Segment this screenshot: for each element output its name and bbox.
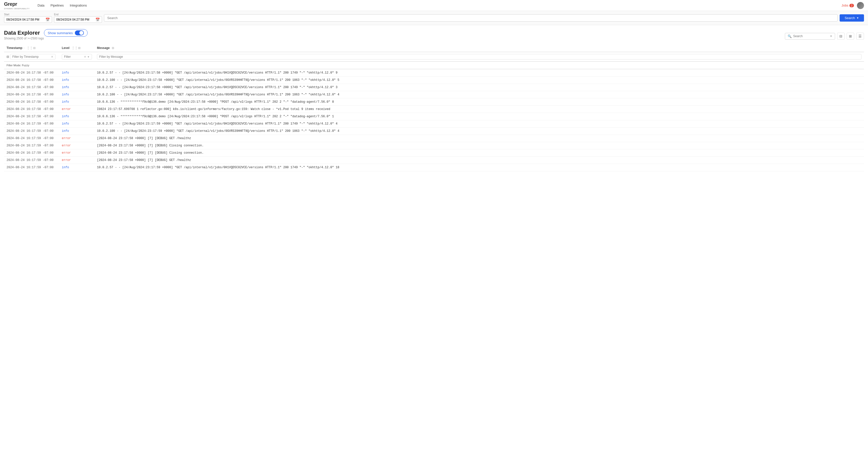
table-row[interactable]: 2024-08-24 16:17:59 -07:00error[2024-08-… bbox=[4, 157, 864, 164]
columns-icon: ⊞ bbox=[849, 34, 852, 38]
table-row[interactable]: 2024-08-24 16:17:58 -07:00info10.0.6.136… bbox=[4, 113, 864, 120]
cell-level: info bbox=[59, 113, 94, 120]
filter-icon-button[interactable]: ⊟ bbox=[837, 33, 845, 40]
message-filter-input[interactable] bbox=[99, 55, 859, 59]
start-date-group: Start 📅 bbox=[4, 13, 52, 23]
inline-search-input[interactable] bbox=[793, 34, 828, 38]
search-button[interactable]: Search ▼ bbox=[840, 14, 864, 22]
level-filter-dropdown-icon[interactable]: ▼ bbox=[87, 56, 90, 58]
subtitle: Showing 2500 of >=2500 logs bbox=[4, 37, 88, 40]
th-level-filter-icon[interactable]: ⊟ bbox=[78, 46, 81, 50]
search-bar-row: Start 📅 End 📅 Search ▼ bbox=[0, 11, 868, 25]
start-date-input[interactable] bbox=[6, 18, 44, 21]
level-filter-input[interactable] bbox=[64, 55, 83, 59]
show-summaries-toggle[interactable] bbox=[75, 30, 84, 35]
table-row[interactable]: 2024-08-24 16:17:58 -07:00info10.0.2.100… bbox=[4, 76, 864, 84]
nav-pipelines[interactable]: Pipelines bbox=[51, 3, 64, 7]
logo-tagline: DYNAMIC OBSERVABILITY bbox=[4, 7, 30, 10]
start-calendar-icon[interactable]: 📅 bbox=[45, 18, 50, 22]
cell-level: error bbox=[59, 157, 94, 164]
level-filter-wrap[interactable]: ✕ ▼ bbox=[62, 54, 92, 60]
table-row[interactable]: 2024-08-24 16:17:58 -07:00info10.0.6.136… bbox=[4, 98, 864, 106]
filter-cell-level: ✕ ▼ bbox=[59, 52, 94, 62]
level-filter-clear-icon[interactable]: ✕ bbox=[84, 55, 86, 59]
end-date-input-wrap[interactable]: 📅 bbox=[54, 16, 102, 23]
cell-timestamp: 2024-08-24 16:17:59 -07:00 bbox=[4, 128, 59, 135]
menu-icon: ☰ bbox=[859, 34, 862, 38]
level-badge: info bbox=[62, 86, 69, 89]
end-date-input[interactable] bbox=[56, 18, 94, 21]
cell-message: 10.0.2.100 - - [24/Aug/2024:23:17:59 +00… bbox=[94, 128, 864, 135]
th-timestamp: Timestamp ↑ ⋮⋮ ⊟ bbox=[4, 44, 59, 52]
columns-icon-button[interactable]: ⊞ bbox=[847, 33, 854, 40]
show-summaries-label: Show summaries bbox=[48, 31, 73, 35]
sort-asc-icon[interactable]: ↑ bbox=[23, 47, 25, 50]
cell-message: 10.0.2.57 - - [24/Aug/2024:23:17:59 +000… bbox=[94, 164, 864, 171]
search-button-label: Search bbox=[845, 16, 855, 20]
cell-timestamp: 2024-08-24 16:17:58 -07:00 bbox=[4, 76, 59, 84]
cell-timestamp: 2024-08-24 16:17:59 -07:00 bbox=[4, 150, 59, 157]
table-row[interactable]: 2024-08-24 16:17:59 -07:00error[2024-08-… bbox=[4, 135, 864, 142]
cell-level: error bbox=[59, 150, 94, 157]
cell-timestamp: 2024-08-24 16:17:58 -07:00 bbox=[4, 84, 59, 91]
level-badge: info bbox=[62, 71, 69, 74]
cell-timestamp: 2024-08-24 16:17:58 -07:00 bbox=[4, 69, 59, 76]
th-level-menu-icon[interactable]: ⋮⋮ bbox=[71, 46, 78, 50]
toggle-knob bbox=[80, 31, 83, 35]
cell-message: [2024-08-24 23:17:58 +0000] [7] [DEBUG] … bbox=[94, 157, 864, 164]
cell-timestamp: 2024-08-24 16:17:58 -07:00 bbox=[4, 106, 59, 113]
th-timestamp-filter-icon[interactable]: ⊟ bbox=[33, 46, 35, 50]
jobs-button[interactable]: Jobs 2 bbox=[841, 3, 854, 7]
table-row[interactable]: 2024-08-24 16:17:58 -07:00errorI0824 23:… bbox=[4, 106, 864, 113]
show-summaries-toggle-wrap[interactable]: Show summaries bbox=[44, 29, 88, 37]
th-level-label: Level bbox=[62, 46, 69, 50]
th-message-filter-icon[interactable]: ⊟ bbox=[112, 46, 114, 50]
logo-text: Grepr bbox=[4, 1, 30, 7]
cell-message: [2024-08-24 23:17:58 +0000] [7] [DEBUG] … bbox=[94, 142, 864, 150]
level-badge: info bbox=[62, 166, 69, 169]
cell-message: 10.0.6.136 - ************f9c0@136.demo [… bbox=[94, 113, 864, 120]
cell-message: 10.0.2.57 - - [24/Aug/2024:23:17:58 +000… bbox=[94, 69, 864, 76]
table-row[interactable]: 2024-08-24 16:17:59 -07:00info10.0.2.100… bbox=[4, 128, 864, 135]
th-timestamp-menu-icon[interactable]: ⋮⋮ bbox=[27, 46, 33, 50]
level-badge: error bbox=[62, 107, 71, 111]
table-row[interactable]: 2024-08-24 16:17:58 -07:00info10.0.2.57 … bbox=[4, 69, 864, 76]
filter-mode-row: Filter Mode: Fuzzy bbox=[4, 62, 864, 69]
nav-integrations[interactable]: Integrations bbox=[70, 3, 87, 7]
cell-level: error bbox=[59, 135, 94, 142]
level-badge: error bbox=[62, 151, 71, 155]
table-row[interactable]: 2024-08-24 16:17:59 -07:00info10.0.2.57 … bbox=[4, 164, 864, 171]
inline-search-icon: 🔍 bbox=[787, 34, 792, 38]
filter-mode-text: Filter Mode: Fuzzy bbox=[6, 64, 29, 67]
inline-search-wrap[interactable]: 🔍 ✕ bbox=[785, 33, 835, 40]
menu-icon-button[interactable]: ☰ bbox=[856, 33, 864, 40]
cell-message: I0824 23:17:57.699708 1 reflector.go:800… bbox=[94, 106, 864, 113]
level-badge: info bbox=[62, 115, 69, 118]
cell-message: [2024-08-24 23:17:58 +0000] [7] [DEBUG] … bbox=[94, 150, 864, 157]
table-row[interactable]: 2024-08-24 16:17:59 -07:00error[2024-08-… bbox=[4, 142, 864, 150]
timestamp-filter-clear-icon[interactable]: ✕ bbox=[51, 55, 53, 59]
message-filter-wrap[interactable] bbox=[97, 54, 862, 60]
jobs-label: Jobs bbox=[841, 3, 848, 7]
table-row[interactable]: 2024-08-24 16:17:59 -07:00error[2024-08-… bbox=[4, 150, 864, 157]
timestamp-filter-wrap[interactable]: ✕ bbox=[10, 54, 56, 60]
filter-row: ⊟ ✕ ✕ ▼ bbox=[4, 52, 864, 62]
table-row[interactable]: 2024-08-24 16:17:58 -07:00info10.0.2.100… bbox=[4, 91, 864, 98]
cell-level: info bbox=[59, 69, 94, 76]
nav-data[interactable]: Data bbox=[38, 3, 44, 7]
avatar[interactable] bbox=[857, 2, 864, 9]
cell-timestamp: 2024-08-24 16:17:59 -07:00 bbox=[4, 142, 59, 150]
search-input[interactable] bbox=[104, 14, 838, 22]
end-calendar-icon[interactable]: 📅 bbox=[95, 18, 100, 22]
start-date-input-wrap[interactable]: 📅 bbox=[4, 16, 52, 23]
nav-links: Data Pipelines Integrations bbox=[38, 3, 842, 7]
table-row[interactable]: 2024-08-24 16:17:59 -07:00info10.0.2.57 … bbox=[4, 120, 864, 128]
table-row[interactable]: 2024-08-24 16:17:58 -07:00info10.0.2.57 … bbox=[4, 84, 864, 91]
timestamp-filter-toggle-icon[interactable]: ⊟ bbox=[6, 55, 9, 59]
inline-search-clear-icon[interactable]: ✕ bbox=[830, 34, 832, 38]
search-dropdown-icon: ▼ bbox=[857, 17, 859, 19]
avatar-image bbox=[857, 2, 864, 9]
timestamp-filter-input[interactable] bbox=[12, 55, 50, 59]
cell-message: 10.0.2.100 - - [24/Aug/2024:23:17:58 +00… bbox=[94, 91, 864, 98]
level-badge: info bbox=[62, 122, 69, 126]
